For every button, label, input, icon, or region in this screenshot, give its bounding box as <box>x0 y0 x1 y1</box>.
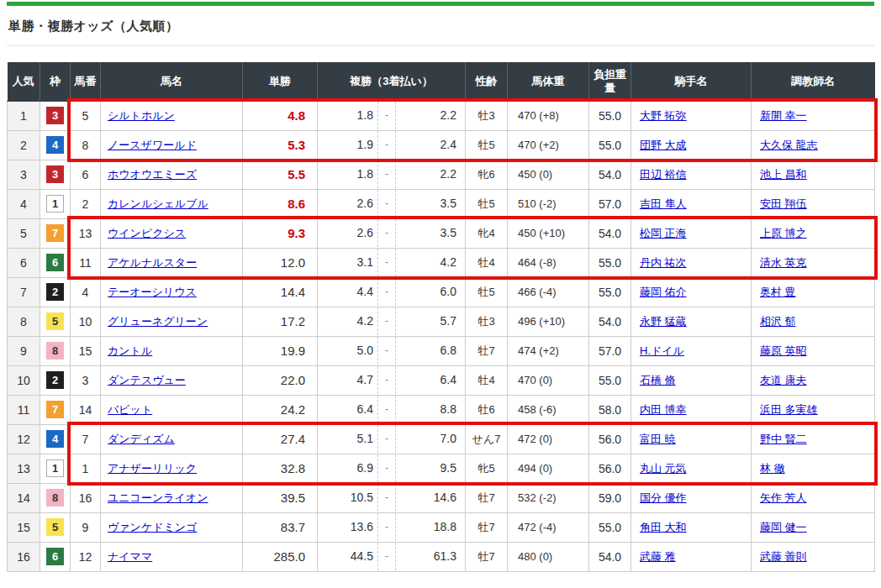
horse-name-link[interactable]: ノースザワールド <box>108 139 197 151</box>
place-odds-min: 5.0 <box>318 337 377 365</box>
rank-cell: 13 <box>8 454 40 483</box>
trainer-link[interactable]: 上原 博之 <box>760 227 807 239</box>
jockey-link[interactable]: 内田 博幸 <box>640 403 687 416</box>
horse-name-link[interactable]: テーオーシリウス <box>108 286 197 298</box>
col-header-horse_no: 馬番 <box>71 62 101 101</box>
trainer-link[interactable]: 藤原 英昭 <box>760 344 807 357</box>
horse-weight-cell: 464 (-8) <box>508 248 589 277</box>
jockey-link[interactable]: 富田 暁 <box>640 433 676 445</box>
win-odds-cell: 22.0 <box>243 365 318 395</box>
rank-cell: 6 <box>8 248 40 277</box>
trainer-cell: 浜田 多実雄 <box>752 395 875 424</box>
trainer-cell: 新開 幸一 <box>752 101 875 130</box>
jockey-link[interactable]: 吉田 隼人 <box>640 197 687 210</box>
table-row: 14816ユニコーンライオン39.510.5-14.6牡7532 (-2)59.… <box>8 483 875 512</box>
horse-name-link[interactable]: カレンルシェルブル <box>108 197 208 210</box>
place-odds-max: 5.7 <box>396 307 465 335</box>
frame-number-badge: 8 <box>46 489 64 507</box>
place-odds-dash: - <box>377 219 396 247</box>
col-header-sex_age: 性齢 <box>466 62 508 101</box>
trainer-link[interactable]: 友道 康夫 <box>760 374 807 386</box>
place-odds-cell: 5.0-6.8 <box>318 336 466 365</box>
horse-name-link[interactable]: ダンディズム <box>108 433 175 445</box>
jockey-link[interactable]: 藤岡 佑介 <box>640 286 687 298</box>
horse-weight-cell: 496 (+10) <box>508 307 589 336</box>
trainer-link[interactable]: 藤岡 健一 <box>760 521 807 533</box>
frame-number-badge: 6 <box>46 254 64 271</box>
rank-cell: 10 <box>8 365 40 395</box>
trainer-link[interactable]: 大久保 龍志 <box>760 139 818 151</box>
jockey-link[interactable]: 田辺 裕信 <box>640 168 687 181</box>
horse-name-link[interactable]: ユニコーンライオン <box>108 491 208 504</box>
load-weight-cell: 58.0 <box>589 395 631 424</box>
trainer-link[interactable]: 野中 賢二 <box>760 433 807 445</box>
horse-name-link[interactable]: ウインピクシス <box>108 227 186 239</box>
horse-name-link[interactable]: カントル <box>108 344 152 357</box>
place-odds-max: 14.6 <box>396 484 465 512</box>
rank-cell: 2 <box>8 130 40 160</box>
win-odds-cell: 5.3 <box>243 130 318 160</box>
trainer-link[interactable]: 奥村 豊 <box>760 286 796 298</box>
horse-name-link[interactable]: グリューネグリーン <box>108 315 208 328</box>
trainer-link[interactable]: 林 徹 <box>760 462 785 475</box>
load-weight-cell: 54.0 <box>589 307 631 336</box>
jockey-link[interactable]: 団野 大成 <box>640 139 687 151</box>
frame-number-badge: 2 <box>46 283 64 301</box>
place-odds-dash: - <box>377 278 396 306</box>
place-odds-cell: 6.9-9.5 <box>318 454 466 483</box>
jockey-link[interactable]: 角田 大和 <box>640 521 687 533</box>
trainer-link[interactable]: 相沢 郁 <box>760 315 796 328</box>
win-odds-cell: 12.0 <box>243 248 318 277</box>
jockey-cell: 武藤 雅 <box>631 542 752 571</box>
table-row: 6611アケルナルスター12.03.1-4.2牡4464 (-8)55.0丹内 … <box>8 248 875 277</box>
load-weight-cell: 55.0 <box>589 248 631 277</box>
table-row: 1559ヴァンケドミンゴ83.713.6-18.8牡7472 (-4)55.0角… <box>8 512 875 542</box>
horse-name-link[interactable]: ナイママ <box>108 550 152 563</box>
trainer-link[interactable]: 池上 昌和 <box>760 168 807 181</box>
trainer-link[interactable]: 武藤 善則 <box>760 550 807 563</box>
trainer-cell: 上原 博之 <box>752 218 875 248</box>
rank-cell: 12 <box>8 424 40 454</box>
jockey-link[interactable]: 松岡 正海 <box>640 227 687 239</box>
jockey-link[interactable]: 丹内 祐次 <box>640 256 687 269</box>
place-odds-max: 8.8 <box>396 396 465 423</box>
jockey-link[interactable]: 大野 拓弥 <box>640 109 687 122</box>
frame-number-badge: 3 <box>46 165 64 183</box>
jockey-link[interactable]: 丸山 元気 <box>640 462 687 475</box>
horse-name-link[interactable]: シルトホルン <box>108 109 175 122</box>
trainer-link[interactable]: 新開 幸一 <box>760 109 807 122</box>
horse-name-link[interactable]: ヴァンケドミンゴ <box>108 521 197 533</box>
place-odds-dash: - <box>377 307 396 335</box>
place-odds-range: 44.5-61.3 <box>318 543 465 570</box>
table-header: 人気枠馬番馬名単勝複勝（3着払い）性齢馬体重負担重量騎手名調教師名 <box>8 62 875 101</box>
jockey-link[interactable]: 国分 優作 <box>640 491 687 504</box>
sex-age-cell: 牝4 <box>466 218 508 248</box>
horse-name-link[interactable]: アナザーリリック <box>108 462 197 475</box>
title-divider <box>7 45 874 46</box>
horse-name-link[interactable]: ホウオウエミーズ <box>108 168 197 181</box>
horse-name-link[interactable]: アケルナルスター <box>108 256 197 269</box>
place-odds-cell: 13.6-18.8 <box>318 512 466 542</box>
trainer-link[interactable]: 浜田 多実雄 <box>760 403 818 416</box>
page-title: 単勝・複勝オッズ（人気順） <box>8 18 873 34</box>
place-odds-cell: 6.4-8.8 <box>318 395 466 424</box>
jockey-link[interactable]: H.ドイル <box>640 344 684 357</box>
win-odds-cell: 32.8 <box>243 454 318 483</box>
trainer-link[interactable]: 矢作 芳人 <box>760 491 807 504</box>
horse-name-link[interactable]: バビット <box>108 403 152 416</box>
load-weight-cell: 55.0 <box>589 130 631 160</box>
win-odds-cell: 285.0 <box>243 542 318 571</box>
horse-name-cell: ノースザワールド <box>101 130 243 160</box>
trainer-link[interactable]: 安田 翔伍 <box>760 197 807 210</box>
place-odds-min: 6.9 <box>318 454 377 482</box>
trainer-cell: 林 徹 <box>752 454 875 483</box>
jockey-link[interactable]: 石橋 脩 <box>640 374 676 386</box>
horse-name-link[interactable]: ダンテスヴュー <box>108 374 186 386</box>
jockey-link[interactable]: 永野 猛蔵 <box>640 315 687 328</box>
horse-name-cell: カントル <box>101 336 243 365</box>
place-odds-range: 2.6-3.5 <box>318 219 465 247</box>
trainer-link[interactable]: 清水 英克 <box>760 256 807 269</box>
jockey-link[interactable]: 武藤 雅 <box>640 550 676 563</box>
sex-age-cell: 牝6 <box>466 160 508 189</box>
table-row: 11714バビット24.26.4-8.8牡6458 (-6)58.0内田 博幸浜… <box>8 395 875 424</box>
